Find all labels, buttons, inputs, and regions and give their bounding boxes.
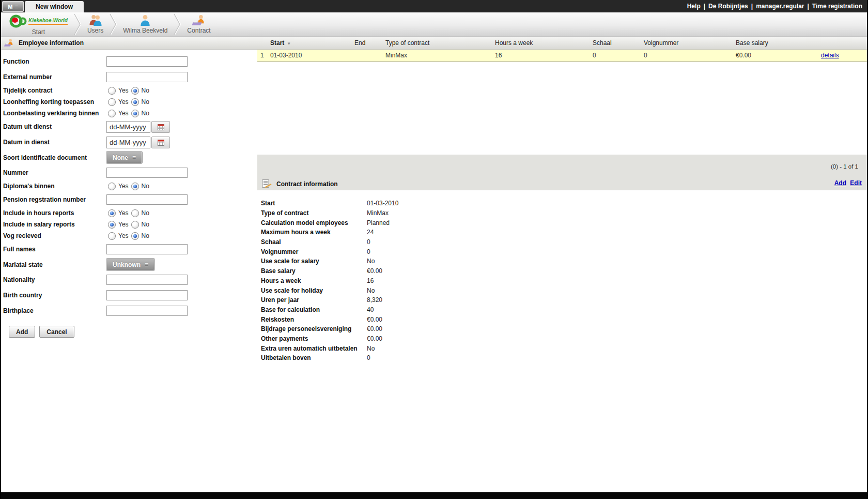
soort-identificatie-dropdown[interactable]: None ≡ bbox=[106, 152, 142, 163]
radio-label: No bbox=[142, 87, 149, 94]
birth-country-input[interactable] bbox=[106, 290, 188, 300]
menu-list-icon: ≡ bbox=[132, 154, 136, 161]
field-label: Include in salary reports bbox=[3, 221, 106, 228]
list-item: Maximum hours a week24 bbox=[257, 228, 640, 237]
column-header-hours[interactable]: Hours a week bbox=[495, 39, 533, 47]
list-item: Extra uren automatich uitbetalenNo bbox=[257, 343, 640, 353]
include-hours-yes-radio[interactable] bbox=[108, 209, 116, 217]
list-item: Base salary€0.00 bbox=[257, 266, 640, 276]
section-header-band: Employee information Start▼ End Type of … bbox=[1, 37, 867, 50]
radio-label: Yes bbox=[118, 98, 129, 105]
datum-uit-dienst-input[interactable] bbox=[106, 121, 150, 133]
contract-info-icon bbox=[262, 179, 272, 188]
contract-table-row[interactable]: 1 01-03-2010 MinMax 16 0 0 €0.00 details bbox=[257, 50, 867, 62]
nationality-input[interactable] bbox=[106, 275, 188, 285]
column-header-schaal[interactable]: Schaal bbox=[593, 39, 612, 47]
loonheffing-yes-radio[interactable] bbox=[108, 98, 116, 106]
radio-label: No bbox=[142, 221, 149, 228]
column-header-end[interactable]: End bbox=[354, 39, 365, 47]
column-header-base-salary[interactable]: Base salary bbox=[736, 39, 768, 47]
include-salary-yes-radio[interactable] bbox=[108, 221, 116, 229]
radio-label: Yes bbox=[118, 221, 129, 228]
include-hours-no-radio[interactable] bbox=[131, 209, 139, 217]
menu-label: M bbox=[8, 4, 12, 10]
edit-link[interactable]: Edit bbox=[850, 179, 862, 187]
logo: Kiekeboe-World bbox=[9, 14, 68, 28]
loonbelasting-no-radio[interactable] bbox=[131, 110, 139, 117]
list-item: Schaal0 bbox=[257, 237, 640, 247]
company-link[interactable]: De Robijntjes bbox=[708, 3, 748, 10]
row-label: Hours a week bbox=[257, 277, 367, 284]
breadcrumb: Kiekeboe-World Start Users bbox=[1, 12, 867, 37]
time-registration-link[interactable]: Time registration bbox=[812, 3, 862, 10]
radio-label: Yes bbox=[118, 87, 129, 94]
field-label: Datum in dienst bbox=[3, 139, 106, 146]
row-label: Use scale for holiday bbox=[257, 287, 367, 294]
row-label: Bijdrage personeelsvereniging bbox=[257, 325, 367, 332]
panel-title: Contract information bbox=[276, 180, 338, 188]
diplomas-yes-radio[interactable] bbox=[108, 183, 116, 190]
help-link[interactable]: Help bbox=[687, 3, 701, 10]
breadcrumb-item-start[interactable]: Kiekeboe-World Start bbox=[3, 12, 74, 36]
row-nationality: Nationality bbox=[3, 272, 256, 288]
external-number-input[interactable] bbox=[106, 72, 188, 82]
row-label: Uren per jaar bbox=[257, 296, 367, 304]
mariatal-state-dropdown[interactable]: Unknown ≡ bbox=[106, 259, 154, 270]
details-link[interactable]: details bbox=[821, 52, 839, 59]
cancel-button[interactable]: Cancel bbox=[39, 326, 74, 338]
loonbelasting-yes-radio[interactable] bbox=[108, 110, 116, 117]
tab-new-window[interactable]: New window bbox=[25, 1, 84, 12]
logo-text: Kiekeboe-World bbox=[28, 18, 68, 25]
row-label: Calculation model employees bbox=[257, 219, 367, 226]
breadcrumb-item-users[interactable]: Users bbox=[81, 12, 110, 36]
employee-form: Function External number Tijdelijk contr… bbox=[1, 49, 256, 338]
row-value: No bbox=[367, 345, 375, 352]
vog-yes-radio[interactable] bbox=[108, 232, 116, 240]
row-external-number: External number bbox=[3, 69, 256, 85]
list-item: Hours a week16 bbox=[257, 276, 640, 286]
pension-number-input[interactable] bbox=[106, 194, 188, 205]
breadcrumb-item-contract[interactable]: Contract bbox=[181, 12, 216, 36]
row-value: No bbox=[367, 287, 375, 294]
nummer-input[interactable] bbox=[106, 168, 188, 178]
tijdelijk-contract-yes-radio[interactable] bbox=[108, 87, 116, 95]
field-label: Tijdelijk contract bbox=[3, 87, 106, 94]
contract-panel-actions: Add Edit bbox=[832, 179, 862, 187]
field-label: Full names bbox=[3, 246, 106, 253]
field-label: Loonbelasting verklaring binnen bbox=[3, 110, 106, 117]
field-label: Mariatal state bbox=[3, 261, 106, 268]
add-button[interactable]: Add bbox=[9, 326, 35, 338]
breadcrumb-item-wilma-beekveld[interactable]: Wilma Beekveld bbox=[117, 12, 174, 36]
top-links: Help | De Robijntjes | manager.regular |… bbox=[687, 0, 867, 12]
list-item: Use scale for holidayNo bbox=[257, 285, 640, 295]
include-salary-no-radio[interactable] bbox=[131, 221, 139, 229]
user-link[interactable]: manager.regular bbox=[756, 3, 804, 10]
datum-in-dienst-input[interactable] bbox=[106, 137, 150, 148]
menu-list-icon: ≡ bbox=[145, 261, 148, 268]
row-label: Reiskosten bbox=[257, 316, 367, 323]
radio-label: Yes bbox=[118, 183, 129, 190]
datum-in-dienst-calendar-button[interactable] bbox=[151, 137, 170, 148]
main-menu-button[interactable]: M ≡ bbox=[2, 1, 24, 12]
field-label: Vog recieved bbox=[3, 232, 106, 239]
column-header-volgnummer[interactable]: Volgnummer bbox=[644, 39, 678, 47]
row-value: 0 bbox=[367, 248, 370, 255]
datum-uit-dienst-calendar-button[interactable] bbox=[151, 121, 170, 133]
list-item: Volgnummer0 bbox=[257, 247, 640, 256]
field-label: Function bbox=[3, 58, 106, 65]
list-item: Uren per jaar8,320 bbox=[257, 295, 640, 305]
full-names-input[interactable] bbox=[106, 244, 188, 254]
tijdelijk-contract-no-radio[interactable] bbox=[131, 87, 139, 95]
column-header-type[interactable]: Type of contract bbox=[385, 39, 429, 47]
vog-no-radio[interactable] bbox=[131, 232, 139, 240]
calendar-icon bbox=[158, 139, 164, 146]
users-icon bbox=[88, 14, 103, 27]
loonheffing-no-radio[interactable] bbox=[131, 98, 139, 106]
add-link[interactable]: Add bbox=[834, 179, 846, 187]
diplomas-no-radio[interactable] bbox=[131, 183, 139, 190]
birthplace-input[interactable] bbox=[106, 306, 188, 316]
column-header-start[interactable]: Start▼ bbox=[270, 39, 291, 47]
function-input[interactable] bbox=[106, 56, 188, 67]
row-value: 01-03-2010 bbox=[367, 200, 398, 207]
row-datum-uit-dienst: Datum uit dienst bbox=[3, 119, 256, 134]
